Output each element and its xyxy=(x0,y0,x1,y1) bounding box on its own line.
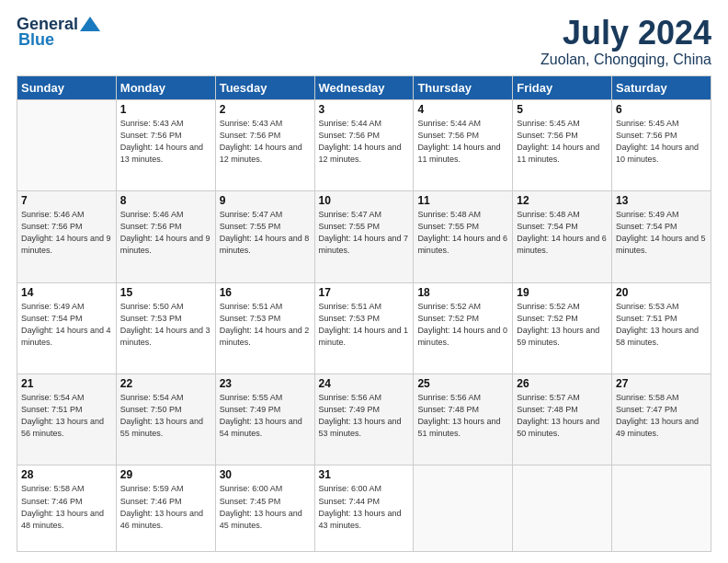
day-info: Sunrise: 5:49 AMSunset: 7:54 PMDaylight:… xyxy=(21,301,112,349)
day-number: 29 xyxy=(120,468,211,481)
calendar-cell: 11Sunrise: 5:48 AMSunset: 7:55 PMDayligh… xyxy=(414,191,513,282)
day-info: Sunrise: 5:55 AMSunset: 7:49 PMDaylight:… xyxy=(220,392,311,440)
title-block: July 2024 Zuolan, Chongqing, China xyxy=(540,15,711,68)
calendar-cell: 8Sunrise: 5:46 AMSunset: 7:56 PMDaylight… xyxy=(116,191,215,282)
day-number: 1 xyxy=(120,103,211,116)
day-info: Sunrise: 5:59 AMSunset: 7:46 PMDaylight:… xyxy=(120,483,211,531)
day-number: 27 xyxy=(616,377,707,390)
calendar-cell: 23Sunrise: 5:55 AMSunset: 7:49 PMDayligh… xyxy=(215,374,314,465)
calendar-cell: 5Sunrise: 5:45 AMSunset: 7:56 PMDaylight… xyxy=(513,99,612,190)
calendar-cell: 19Sunrise: 5:52 AMSunset: 7:52 PMDayligh… xyxy=(513,282,612,373)
day-number: 14 xyxy=(21,286,112,299)
calendar-cell: 15Sunrise: 5:50 AMSunset: 7:53 PMDayligh… xyxy=(116,282,215,373)
day-number: 30 xyxy=(220,468,311,481)
day-info: Sunrise: 5:43 AMSunset: 7:56 PMDaylight:… xyxy=(220,118,311,166)
calendar-cell: 3Sunrise: 5:44 AMSunset: 7:56 PMDaylight… xyxy=(314,99,414,190)
day-info: Sunrise: 5:43 AMSunset: 7:56 PMDaylight:… xyxy=(120,118,211,166)
day-info: Sunrise: 6:00 AMSunset: 7:44 PMDaylight:… xyxy=(319,483,410,531)
calendar-cell: 14Sunrise: 5:49 AMSunset: 7:54 PMDayligh… xyxy=(17,282,117,373)
day-info: Sunrise: 5:51 AMSunset: 7:53 PMDaylight:… xyxy=(319,301,410,349)
day-info: Sunrise: 5:46 AMSunset: 7:56 PMDaylight:… xyxy=(21,209,112,257)
logo: General Blue xyxy=(17,15,100,50)
col-header-thursday: Thursday xyxy=(414,75,513,99)
day-number: 24 xyxy=(319,377,410,390)
subtitle: Zuolan, Chongqing, China xyxy=(540,52,711,68)
day-info: Sunrise: 5:45 AMSunset: 7:56 PMDaylight:… xyxy=(616,118,707,166)
day-number: 25 xyxy=(417,377,508,390)
day-info: Sunrise: 5:49 AMSunset: 7:54 PMDaylight:… xyxy=(616,209,707,257)
calendar-cell: 17Sunrise: 5:51 AMSunset: 7:53 PMDayligh… xyxy=(314,282,414,373)
col-header-sunday: Sunday xyxy=(17,75,117,99)
calendar-cell: 16Sunrise: 5:51 AMSunset: 7:53 PMDayligh… xyxy=(215,282,314,373)
calendar-cell: 27Sunrise: 5:58 AMSunset: 7:47 PMDayligh… xyxy=(612,374,711,465)
day-info: Sunrise: 5:57 AMSunset: 7:48 PMDaylight:… xyxy=(517,392,608,440)
day-number: 10 xyxy=(319,194,410,207)
day-info: Sunrise: 5:51 AMSunset: 7:53 PMDaylight:… xyxy=(220,301,311,349)
calendar-cell: 25Sunrise: 5:56 AMSunset: 7:48 PMDayligh… xyxy=(414,374,513,465)
day-info: Sunrise: 5:58 AMSunset: 7:47 PMDaylight:… xyxy=(616,392,707,440)
calendar-header-row: SundayMondayTuesdayWednesdayThursdayFrid… xyxy=(17,75,711,99)
calendar-week-row: 1Sunrise: 5:43 AMSunset: 7:56 PMDaylight… xyxy=(17,99,711,190)
day-info: Sunrise: 5:50 AMSunset: 7:53 PMDaylight:… xyxy=(120,301,211,349)
svg-marker-0 xyxy=(80,17,100,31)
day-number: 16 xyxy=(220,286,311,299)
day-number: 31 xyxy=(319,468,410,481)
day-info: Sunrise: 5:58 AMSunset: 7:46 PMDaylight:… xyxy=(21,483,112,531)
day-number: 4 xyxy=(417,103,508,116)
day-info: Sunrise: 5:56 AMSunset: 7:49 PMDaylight:… xyxy=(319,392,410,440)
calendar-cell xyxy=(513,465,612,552)
day-info: Sunrise: 5:54 AMSunset: 7:50 PMDaylight:… xyxy=(120,392,211,440)
calendar-week-row: 7Sunrise: 5:46 AMSunset: 7:56 PMDaylight… xyxy=(17,191,711,282)
calendar-cell: 18Sunrise: 5:52 AMSunset: 7:52 PMDayligh… xyxy=(414,282,513,373)
calendar-cell: 28Sunrise: 5:58 AMSunset: 7:46 PMDayligh… xyxy=(17,465,117,552)
calendar-cell: 20Sunrise: 5:53 AMSunset: 7:51 PMDayligh… xyxy=(612,282,711,373)
day-number: 9 xyxy=(220,194,311,207)
day-info: Sunrise: 5:52 AMSunset: 7:52 PMDaylight:… xyxy=(517,301,608,349)
day-number: 8 xyxy=(120,194,211,207)
calendar-cell: 22Sunrise: 5:54 AMSunset: 7:50 PMDayligh… xyxy=(116,374,215,465)
calendar-cell: 31Sunrise: 6:00 AMSunset: 7:44 PMDayligh… xyxy=(314,465,414,552)
day-number: 21 xyxy=(21,377,112,390)
day-info: Sunrise: 5:56 AMSunset: 7:48 PMDaylight:… xyxy=(417,392,508,440)
col-header-wednesday: Wednesday xyxy=(314,75,414,99)
calendar-cell: 26Sunrise: 5:57 AMSunset: 7:48 PMDayligh… xyxy=(513,374,612,465)
day-number: 5 xyxy=(517,103,608,116)
col-header-monday: Monday xyxy=(116,75,215,99)
calendar-cell xyxy=(414,465,513,552)
day-number: 2 xyxy=(220,103,311,116)
day-info: Sunrise: 5:44 AMSunset: 7:56 PMDaylight:… xyxy=(319,118,410,166)
col-header-saturday: Saturday xyxy=(612,75,711,99)
calendar-table: SundayMondayTuesdayWednesdayThursdayFrid… xyxy=(17,75,711,552)
day-number: 3 xyxy=(319,103,410,116)
calendar-week-row: 28Sunrise: 5:58 AMSunset: 7:46 PMDayligh… xyxy=(17,465,711,552)
calendar-cell: 9Sunrise: 5:47 AMSunset: 7:55 PMDaylight… xyxy=(215,191,314,282)
day-number: 22 xyxy=(120,377,211,390)
day-number: 6 xyxy=(616,103,707,116)
calendar-week-row: 21Sunrise: 5:54 AMSunset: 7:51 PMDayligh… xyxy=(17,374,711,465)
day-info: Sunrise: 5:46 AMSunset: 7:56 PMDaylight:… xyxy=(120,209,211,257)
day-info: Sunrise: 6:00 AMSunset: 7:45 PMDaylight:… xyxy=(220,483,311,531)
day-number: 12 xyxy=(517,194,608,207)
day-info: Sunrise: 5:45 AMSunset: 7:56 PMDaylight:… xyxy=(517,118,608,166)
calendar-cell: 10Sunrise: 5:47 AMSunset: 7:55 PMDayligh… xyxy=(314,191,414,282)
day-info: Sunrise: 5:52 AMSunset: 7:52 PMDaylight:… xyxy=(417,301,508,349)
page: General Blue July 2024 Zuolan, Chongqing… xyxy=(0,0,728,563)
calendar-cell: 4Sunrise: 5:44 AMSunset: 7:56 PMDaylight… xyxy=(414,99,513,190)
calendar-cell: 2Sunrise: 5:43 AMSunset: 7:56 PMDaylight… xyxy=(215,99,314,190)
day-number: 11 xyxy=(417,194,508,207)
calendar-cell: 6Sunrise: 5:45 AMSunset: 7:56 PMDaylight… xyxy=(612,99,711,190)
col-header-friday: Friday xyxy=(513,75,612,99)
logo-blue: Blue xyxy=(18,30,54,50)
day-info: Sunrise: 5:47 AMSunset: 7:55 PMDaylight:… xyxy=(319,209,410,257)
day-number: 17 xyxy=(319,286,410,299)
calendar-cell: 1Sunrise: 5:43 AMSunset: 7:56 PMDaylight… xyxy=(116,99,215,190)
main-title: July 2024 xyxy=(540,15,711,52)
day-number: 26 xyxy=(517,377,608,390)
day-number: 20 xyxy=(616,286,707,299)
calendar-cell: 12Sunrise: 5:48 AMSunset: 7:54 PMDayligh… xyxy=(513,191,612,282)
calendar-cell: 29Sunrise: 5:59 AMSunset: 7:46 PMDayligh… xyxy=(116,465,215,552)
day-number: 28 xyxy=(21,468,112,481)
calendar-cell xyxy=(17,99,117,190)
day-info: Sunrise: 5:53 AMSunset: 7:51 PMDaylight:… xyxy=(616,301,707,349)
calendar-cell: 21Sunrise: 5:54 AMSunset: 7:51 PMDayligh… xyxy=(17,374,117,465)
